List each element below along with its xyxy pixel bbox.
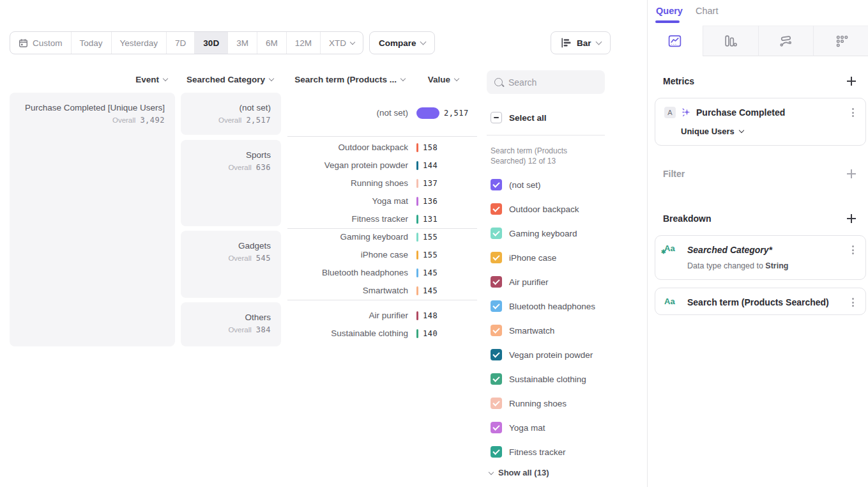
checkbox[interactable] <box>491 349 502 360</box>
legend-item-gaming-keyboard[interactable]: Gaming keyboard <box>491 227 577 240</box>
breakdown-card-searched-category[interactable]: Aa✱ Searched Category* Data type changed… <box>655 235 866 280</box>
chart-type-button[interactable]: Bar <box>551 31 611 54</box>
check-icon <box>492 375 499 382</box>
add-filter-button[interactable] <box>846 169 857 179</box>
check-icon <box>492 277 499 284</box>
kebab-menu-icon[interactable] <box>848 297 857 307</box>
legend-item-fitness-tracker[interactable]: Fitness tracker <box>491 445 566 458</box>
legend-item-bluetooth-headphones[interactable]: Bluetooth headphones <box>491 300 595 313</box>
legend-item-iphone-case[interactable]: iPhone case <box>491 251 556 264</box>
term-row-smartwatch[interactable]: Smartwatch 145 <box>243 282 480 300</box>
value-bar <box>416 286 418 295</box>
report-tab-flows[interactable] <box>758 26 814 56</box>
term-row-gaming-keyboard[interactable]: Gaming keyboard 155 <box>243 228 480 246</box>
event-cell[interactable]: Purchase Completed [Unique Users] Overal… <box>10 93 175 346</box>
term-row-fitness-tracker[interactable]: Fitness tracker 131 <box>243 210 480 228</box>
value-bar <box>416 268 418 277</box>
check-icon <box>492 326 499 333</box>
add-metric-button[interactable] <box>846 76 857 86</box>
value-bar <box>416 107 439 119</box>
metric-name: Purchase Completed <box>696 107 785 118</box>
checkbox[interactable] <box>491 179 502 190</box>
legend-item-outdoor-backpack[interactable]: Outdoor backpack <box>491 203 579 215</box>
column-header-event[interactable]: Event <box>135 75 167 84</box>
check-icon <box>492 302 499 309</box>
report-tab-retention[interactable] <box>813 26 868 56</box>
show-all-link[interactable]: Show all (13) <box>489 468 549 477</box>
legend-item-sustainable-clothing[interactable]: Sustainable clothing <box>491 373 586 385</box>
legend-item-label: Yoga mat <box>509 423 545 433</box>
checkbox[interactable] <box>491 398 502 409</box>
checkbox[interactable] <box>491 422 502 433</box>
checkbox[interactable] <box>491 300 502 312</box>
tab-query[interactable]: Query <box>656 6 683 16</box>
tab-chart[interactable]: Chart <box>696 6 718 16</box>
legend-item-smartwatch[interactable]: Smartwatch <box>491 324 554 337</box>
toolbar: CustomTodayYesterday7D30D3M6M12MXTD Comp… <box>10 31 435 54</box>
chevron-down-icon <box>489 470 494 475</box>
checkbox[interactable] <box>491 252 502 263</box>
string-property-icon: Aa✱ <box>664 244 675 253</box>
checkbox[interactable] <box>491 446 502 458</box>
checkbox[interactable] <box>491 373 502 385</box>
check-icon <box>492 423 499 430</box>
legend-item-air-purifier[interactable]: Air purifier <box>491 275 549 288</box>
date-range-30d[interactable]: 30D <box>194 32 227 54</box>
event-sparkle-icon <box>681 107 692 118</box>
term-value: 155 <box>423 233 438 242</box>
add-breakdown-button[interactable] <box>846 213 857 224</box>
compare-button[interactable]: Compare <box>369 31 436 54</box>
term-row-sustainable-clothing[interactable]: Sustainable clothing 140 <box>243 325 480 343</box>
term-row-vegan-protein-powder[interactable]: Vegan protein powder 144 <box>243 157 480 174</box>
insights-icon <box>667 34 682 49</box>
checkbox[interactable] <box>491 325 502 336</box>
breakdown-card-search-term[interactable]: Aa Search term (Products Searched) <box>655 288 866 315</box>
breakdown-name: Search term (Products Searched) <box>687 297 829 307</box>
horizontal-bar-chart-icon <box>560 37 572 49</box>
legend-item-vegan-protein-powder[interactable]: Vegan protein powder <box>491 348 593 361</box>
select-all-row[interactable]: Select all <box>491 111 547 124</box>
term-row-running-shoes[interactable]: Running shoes 137 <box>243 174 480 192</box>
check-icon <box>492 229 499 236</box>
report-tab-insights[interactable] <box>648 26 703 56</box>
term-row--not-set-[interactable]: (not set) 2,517 <box>243 104 480 122</box>
checkbox[interactable] <box>491 276 502 288</box>
metric-card[interactable]: A Purchase Completed Unique Users <box>655 98 866 146</box>
checkbox[interactable] <box>491 228 502 239</box>
legend-item-running-shoes[interactable]: Running shoes <box>491 397 567 410</box>
term-row-iphone-case[interactable]: iPhone case 155 <box>243 246 480 264</box>
date-range-3m[interactable]: 3M <box>227 32 257 54</box>
select-all-checkbox[interactable] <box>491 112 502 123</box>
report-tab-funnels[interactable] <box>703 26 758 56</box>
legend-item-yoga-mat[interactable]: Yoga mat <box>491 421 545 434</box>
date-range-6m[interactable]: 6M <box>257 32 286 54</box>
term-value: 131 <box>423 215 438 224</box>
date-range-xtd[interactable]: XTD <box>320 32 363 54</box>
term-label: Sustainable clothing <box>243 329 408 338</box>
column-header-value[interactable]: Value <box>428 75 459 84</box>
date-range-yesterday[interactable]: Yesterday <box>111 32 167 54</box>
legend-item--not-set-[interactable]: (not set) <box>491 178 541 191</box>
calendar-icon <box>19 38 28 48</box>
date-range-today[interactable]: Today <box>71 32 111 54</box>
legend-item-label: Outdoor backpack <box>509 205 579 214</box>
term-row-air-purifier[interactable]: Air purifier 148 <box>243 307 480 325</box>
event-cell-name: Purchase Completed [Unique Users] <box>25 103 165 112</box>
date-range-12m[interactable]: 12M <box>286 32 320 54</box>
date-range-7d[interactable]: 7D <box>166 32 194 54</box>
chevron-down-icon <box>350 39 355 44</box>
term-row-yoga-mat[interactable]: Yoga mat 136 <box>243 192 480 210</box>
column-header-searched-category[interactable]: Searched Category <box>187 75 273 84</box>
checkbox[interactable] <box>491 203 502 215</box>
aggregation-dropdown[interactable]: Unique Users <box>681 127 743 136</box>
term-row-outdoor-backpack[interactable]: Outdoor backpack 158 <box>243 139 480 157</box>
date-range-custom[interactable]: Custom <box>10 32 71 54</box>
kebab-menu-icon[interactable] <box>848 245 857 255</box>
select-all-label: Select all <box>509 113 547 123</box>
term-value: 145 <box>423 286 438 295</box>
search-input[interactable]: Search <box>487 70 605 94</box>
term-label: Bluetooth headphones <box>243 268 408 277</box>
column-header-search-term[interactable]: Search term (Products ... <box>294 75 405 84</box>
term-row-bluetooth-headphones[interactable]: Bluetooth headphones 145 <box>243 264 480 282</box>
kebab-menu-icon[interactable] <box>848 107 857 118</box>
